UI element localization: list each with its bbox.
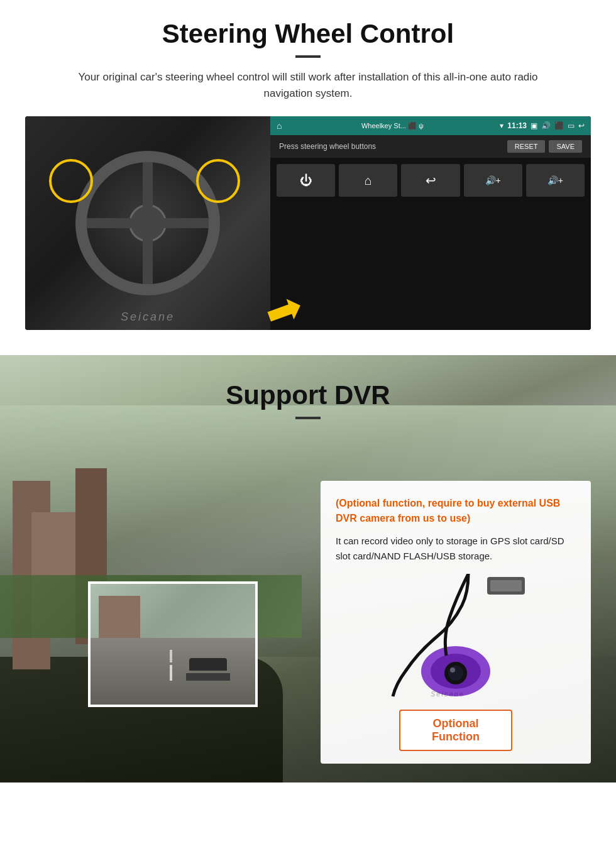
road-scene — [91, 584, 255, 705]
swc-vol-up-button[interactable]: 🔊+ — [464, 164, 522, 197]
dvr-thumbnail-image — [88, 581, 258, 707]
android-statusbar: ⌂ Wheelkey St... ⬛ ψ ▾ 11:13 ▣ 🔊 ⬛ ▭ ↩ — [270, 116, 591, 135]
dvr-thumbnail-content — [91, 584, 255, 705]
wifi-icon: ▾ — [500, 121, 503, 130]
android-swc-ui: ⌂ Wheelkey St... ⬛ ψ ▾ 11:13 ▣ 🔊 ⬛ ▭ ↩ P… — [270, 116, 591, 330]
steering-composite-image: ➡ Seicane ⌂ Wheelkey St... ⬛ ψ ▾ 11:13 ▣… — [25, 116, 591, 330]
swc-power-button[interactable]: ⏻ — [277, 164, 335, 197]
swc-instruction-label: Press steering wheel buttons — [279, 142, 376, 151]
statusbar-app-name: Wheelkey St... ⬛ ψ — [290, 122, 495, 130]
dvr-description: It can record video only to storage in G… — [336, 534, 576, 564]
dvr-title-area: Support DVR — [0, 355, 616, 432]
statusbar-time: 11:13 — [507, 121, 527, 130]
swc-action-buttons: RESET SAVE — [507, 140, 582, 153]
steering-title: Steering Wheel Control — [25, 19, 591, 49]
volume-icon: 🔊 — [541, 121, 551, 130]
home-icon: ⌂ — [277, 121, 282, 131]
dvr-section: Support DVR (Optional function, require … — [0, 355, 616, 782]
dvr-info-card: (Optional function, require to buy exter… — [321, 481, 591, 764]
dvr-camera-image: Seicane — [336, 574, 576, 700]
steering-section: Steering Wheel Control Your original car… — [0, 0, 616, 355]
yellow-circle-right — [196, 159, 240, 203]
road-line-1 — [170, 665, 172, 681]
dvr-title-divider — [295, 417, 321, 419]
swc-vol-down-button[interactable]: 🔊+ — [526, 164, 585, 197]
spoke-vertical — [143, 162, 153, 284]
dvr-optional-notice: (Optional function, require to buy exter… — [336, 496, 576, 526]
seicane-watermark: Seicane — [121, 310, 175, 324]
svg-point-6 — [450, 667, 455, 673]
swc-home-button[interactable]: ⌂ — [339, 164, 397, 197]
optional-function-button[interactable]: Optional Function — [399, 710, 512, 751]
svg-text:Seicane: Seicane — [431, 690, 465, 698]
dvr-title: Support DVR — [0, 380, 616, 410]
dvr-camera-svg: Seicane — [355, 574, 556, 700]
swc-header: Press steering wheel buttons RESET SAVE — [270, 135, 591, 158]
swc-save-button[interactable]: SAVE — [549, 140, 582, 153]
road-line-2 — [170, 650, 172, 662]
screen-icon: ⬛ — [554, 121, 564, 130]
svg-point-5 — [448, 666, 463, 681]
steering-subtitle: Your original car's steering wheel contr… — [63, 69, 553, 101]
car-silhouette — [189, 658, 227, 671]
thumbnail-building — [99, 596, 140, 638]
steering-wheel-photo: ➡ Seicane — [25, 116, 270, 330]
car-body — [186, 673, 230, 681]
screen2-icon: ▭ — [568, 121, 575, 130]
back-icon: ↩ — [578, 121, 585, 130]
statusbar-icons: ▾ 11:13 ▣ 🔊 ⬛ ▭ ↩ — [500, 121, 585, 130]
swc-reset-button[interactable]: RESET — [507, 140, 546, 153]
svg-rect-1 — [490, 580, 522, 591]
camera-icon: ▣ — [531, 121, 537, 130]
swc-button-grid: ⏻ ⌂ ↩ 🔊+ 🔊+ — [270, 158, 591, 203]
road-surface — [91, 632, 255, 705]
yellow-circle-left — [49, 159, 93, 203]
swc-back-button[interactable]: ↩ — [401, 164, 459, 197]
steering-divider — [295, 55, 321, 58]
